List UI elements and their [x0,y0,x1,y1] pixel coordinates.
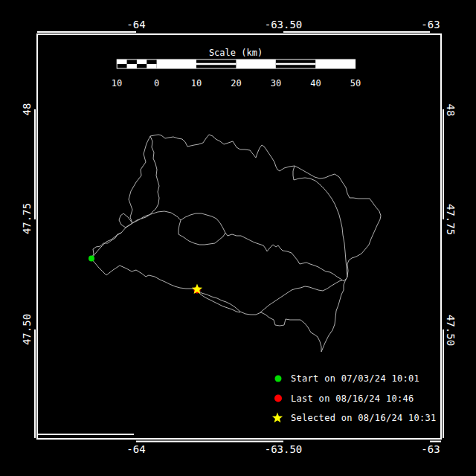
lat-label-left-3: 47.50 [21,314,33,345]
lon-label-top-1: -64 [126,19,145,30]
legend-start-label: Start on 07/03/24 10:01 [291,373,419,384]
scale-tick-3: 20 [231,78,241,89]
scale-tick-1: 0 [154,78,159,89]
lat-label-left-1: 48 [21,103,33,116]
legend-last-circle-icon [274,395,282,402]
lon-label-bottom-1: -64 [126,443,145,455]
scale-tick-2: 10 [191,78,202,89]
lon-label-bottom-3: -63 [421,443,440,455]
scale-bar-checker-cell [137,60,147,64]
scale-bar-checker-cell [147,64,156,68]
scale-bar-checker-cell [127,64,137,68]
gps-track-segment [260,280,342,312]
gps-track-segment [91,233,121,259]
lat-label-left-2: 47.75 [21,203,33,234]
scale-tick-4: 30 [271,78,281,89]
legend-selected-star-icon[interactable] [272,413,283,423]
scale-tick-0: 10 [112,78,122,89]
lat-label-right-3: 47.50 [445,315,457,346]
scale-bar-solid-segment [315,60,355,68]
legend-start-circle-icon [275,376,282,382]
scale-bar-stripe-segment [276,63,315,65]
lon-label-bottom-2: -63.50 [265,443,303,455]
legend-selected-label: Selected on 08/16/24 10:31 [291,413,437,423]
start-marker[interactable] [89,256,94,262]
scale-tick-5: 40 [310,78,321,89]
scale-bar-checker-cell [117,60,126,64]
gps-track-segment [91,135,381,352]
scale-tick-6: 50 [350,78,361,89]
gps-track-segment [178,220,225,245]
scale-bar-stripe-segment [196,63,236,65]
legend-last-label: Last on 08/16/24 10:46 [291,393,414,404]
scale-bar-title: Scale (km) [209,48,263,58]
lat-label-right-2: 47.75 [445,204,457,235]
gps-track-segment [132,211,347,281]
lon-label-top-3: -63 [421,19,440,30]
gps-track-map-view: -64 -63.50 -63 -64 -63.50 -63 48 47.75 4… [0,0,476,476]
lon-label-top-2: -63.50 [265,19,303,30]
gps-track-segment [293,166,347,277]
gps-track-segment [132,136,159,223]
lat-label-right-1: 48 [445,104,457,117]
scale-bar-solid-segment [236,60,275,68]
map-plot-canvas[interactable] [0,0,476,476]
scale-bar-solid-segment [157,60,196,68]
